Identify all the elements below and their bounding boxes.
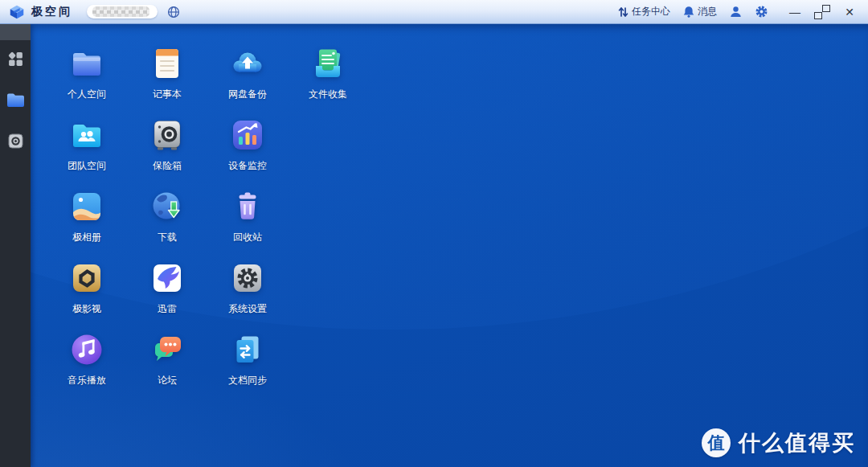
cloud-backup-icon bbox=[229, 45, 266, 82]
app-tile-team-folder[interactable]: 团队空间 bbox=[47, 117, 127, 188]
app-tile-recycle-bin[interactable]: 回收站 bbox=[207, 188, 288, 260]
app-tile-safe-box[interactable]: 保险箱 bbox=[127, 117, 207, 188]
app-label: 极影视 bbox=[72, 302, 101, 316]
app-label: 网盘备份 bbox=[228, 88, 267, 101]
app-tile-forum[interactable]: 论坛 bbox=[127, 331, 207, 403]
app-label: 文件收集 bbox=[309, 88, 347, 101]
app-tile-music-player[interactable]: 音乐播放 bbox=[47, 331, 127, 403]
app-grid: 个人空间记事本网盘备份文件收集团队空间保险箱设备监控极相册下载回收站极影视迅雷系… bbox=[47, 45, 368, 403]
app-tile-file-collect[interactable]: 文件收集 bbox=[288, 45, 368, 117]
sidebar-top-band bbox=[0, 24, 31, 40]
app-label: 记事本 bbox=[153, 88, 182, 101]
doc-sync-icon bbox=[229, 331, 266, 368]
apps-grid-icon bbox=[7, 51, 24, 71]
titlebar: 极空间 任务中心 消息 bbox=[0, 0, 868, 24]
brand-name: 极空间 bbox=[31, 5, 72, 19]
app-label: 迅雷 bbox=[158, 302, 177, 316]
app-row: 极相册下载回收站 bbox=[47, 188, 368, 260]
app-label: 系统设置 bbox=[228, 302, 267, 316]
device-name-masked[interactable] bbox=[87, 5, 158, 18]
system-settings-icon bbox=[229, 260, 266, 297]
user-icon bbox=[730, 6, 742, 18]
app-row: 极影视迅雷系统设置 bbox=[47, 260, 368, 331]
settings-button[interactable] bbox=[755, 5, 768, 18]
app-tile-movies[interactable]: 极影视 bbox=[47, 260, 127, 331]
user-button[interactable] bbox=[730, 6, 742, 18]
sidebar-item-apps[interactable] bbox=[3, 50, 27, 71]
watermark: 值 什么值得买 bbox=[702, 428, 855, 457]
sort-arrows-icon bbox=[618, 6, 628, 18]
app-label: 论坛 bbox=[158, 374, 177, 387]
zspace-desktop: 极空间 任务中心 消息 bbox=[0, 0, 868, 467]
app-tile-device-monitor[interactable]: 设备监控 bbox=[207, 117, 288, 188]
app-tile-xunlei-bird[interactable]: 迅雷 bbox=[127, 260, 207, 331]
app-label: 文档同步 bbox=[228, 374, 267, 387]
watermark-text: 什么值得买 bbox=[739, 428, 855, 457]
app-tile-doc-sync[interactable]: 文档同步 bbox=[207, 331, 288, 403]
app-tile-cloud-backup[interactable]: 网盘备份 bbox=[207, 45, 288, 117]
sidebar-item-files[interactable] bbox=[3, 91, 27, 112]
file-collect-icon bbox=[309, 45, 346, 82]
messages-button[interactable]: 消息 bbox=[683, 5, 717, 18]
notepad-icon bbox=[149, 45, 186, 82]
team-folder-icon bbox=[68, 117, 105, 154]
close-button[interactable]: ✕ bbox=[844, 6, 855, 18]
xunlei-bird-icon bbox=[149, 260, 186, 297]
safe-mini-icon bbox=[8, 133, 23, 152]
app-label: 团队空间 bbox=[68, 159, 106, 173]
app-tile-personal-folder[interactable]: 个人空间 bbox=[47, 45, 127, 117]
gear-icon bbox=[755, 5, 768, 18]
app-label: 保险箱 bbox=[153, 159, 182, 173]
mosaic-blur bbox=[92, 6, 149, 17]
app-label: 极相册 bbox=[72, 231, 101, 244]
desktop: 个人空间记事本网盘备份文件收集团队空间保险箱设备监控极相册下载回收站极影视迅雷系… bbox=[31, 24, 868, 467]
movies-icon bbox=[68, 260, 105, 297]
app-tile-download-globe[interactable]: 下载 bbox=[127, 188, 207, 260]
app-row: 音乐播放论坛文档同步 bbox=[47, 331, 368, 403]
messages-label: 消息 bbox=[698, 5, 717, 18]
task-center-label: 任务中心 bbox=[632, 5, 670, 18]
app-tile-photo-album[interactable]: 极相册 bbox=[47, 188, 127, 260]
photo-album-icon bbox=[68, 188, 105, 225]
app-label: 下载 bbox=[158, 231, 177, 244]
personal-folder-icon bbox=[68, 45, 105, 82]
smzdm-badge-icon: 值 bbox=[702, 428, 731, 457]
zspace-logo-icon bbox=[8, 3, 26, 21]
bell-icon bbox=[683, 6, 694, 18]
globe-icon[interactable] bbox=[167, 6, 180, 18]
app-tile-notepad[interactable]: 记事本 bbox=[127, 45, 207, 117]
app-label: 回收站 bbox=[233, 231, 262, 244]
sidebar-item-safe[interactable] bbox=[3, 132, 27, 153]
forum-icon bbox=[149, 331, 186, 368]
app-row: 个人空间记事本网盘备份文件收集 bbox=[47, 45, 368, 117]
device-monitor-icon bbox=[229, 117, 266, 154]
recycle-bin-icon bbox=[229, 188, 266, 225]
safe-box-icon bbox=[149, 117, 186, 154]
download-globe-icon bbox=[149, 188, 186, 225]
task-center-button[interactable]: 任务中心 bbox=[618, 5, 670, 18]
sidebar bbox=[0, 24, 31, 467]
music-player-icon bbox=[68, 331, 105, 368]
app-label: 个人空间 bbox=[68, 88, 106, 101]
app-tile-system-settings[interactable]: 系统设置 bbox=[207, 260, 288, 331]
sidebar-folder-icon bbox=[6, 92, 25, 111]
app-label: 音乐播放 bbox=[68, 374, 106, 387]
minimize-button[interactable]: — bbox=[789, 6, 800, 18]
app-label: 设备监控 bbox=[228, 159, 267, 173]
app-row: 团队空间保险箱设备监控 bbox=[47, 117, 368, 188]
